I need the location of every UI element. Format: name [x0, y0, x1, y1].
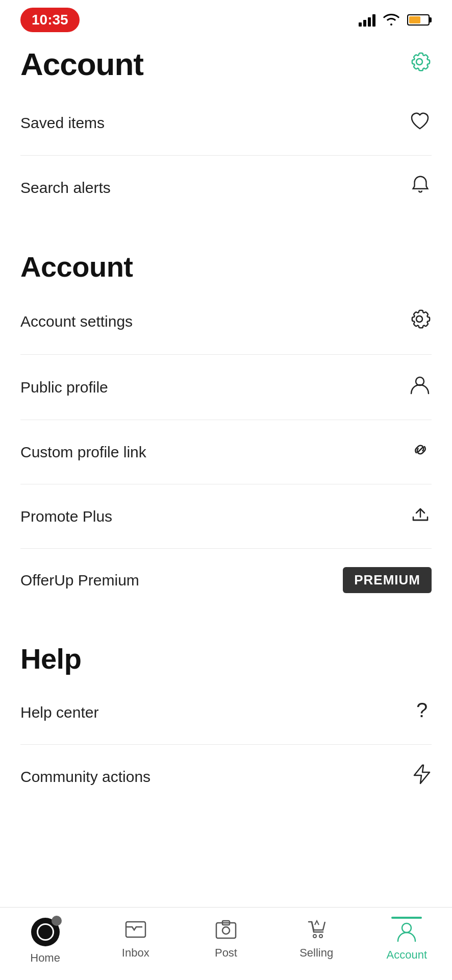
nav-inbox-label: Inbox — [122, 946, 149, 960]
page-title: Account — [20, 46, 143, 82]
main-content: Account Saved items Search alerts — [0, 36, 452, 890]
search-alerts-item[interactable]: Search alerts — [20, 156, 432, 219]
signal-icon — [359, 13, 375, 27]
question-icon: ? — [409, 699, 432, 726]
bottom-nav: Home Inbox Post Selling — [0, 907, 452, 980]
wifi-icon — [383, 12, 400, 28]
svg-point-0 — [416, 377, 424, 385]
offerup-premium-item[interactable]: OfferUp Premium PREMIUM — [20, 549, 432, 611]
nav-selling[interactable]: Selling — [286, 917, 347, 960]
status-icons — [359, 12, 432, 28]
nav-account-wrapper: Account — [376, 917, 437, 962]
community-actions-label: Community actions — [20, 768, 150, 786]
nav-active-indicator — [391, 917, 422, 919]
promote-plus-item[interactable]: Promote Plus — [20, 484, 432, 549]
account-section-heading: Account — [0, 235, 452, 288]
bell-icon — [409, 174, 432, 201]
battery-icon — [407, 14, 432, 26]
inbox-icon — [123, 917, 148, 942]
help-center-label: Help center — [20, 704, 98, 721]
promote-plus-label: Promote Plus — [20, 508, 112, 525]
post-icon — [213, 917, 239, 942]
user-icon — [408, 373, 432, 401]
account-settings-item[interactable]: Account settings — [20, 288, 432, 355]
nav-selling-label: Selling — [299, 946, 333, 960]
help-section: Help center ? Community actions — [0, 680, 452, 808]
svg-point-4 — [222, 927, 230, 934]
settings-header-icon[interactable] — [407, 50, 432, 79]
community-actions-item[interactable]: Community actions — [20, 745, 432, 808]
nav-post-label: Post — [215, 946, 237, 960]
svg-point-6 — [313, 935, 316, 938]
svg-point-7 — [319, 935, 322, 938]
nav-account-label: Account — [387, 948, 428, 962]
offerup-premium-label: OfferUp Premium — [20, 572, 139, 589]
status-bar: 10:35 — [0, 0, 452, 36]
heart-icon — [408, 109, 432, 137]
account-section: Account settings Public profile Custom p… — [0, 288, 452, 611]
help-section-heading: Help — [0, 627, 452, 680]
custom-profile-link-label: Custom profile link — [20, 444, 146, 461]
help-center-item[interactable]: Help center ? — [20, 680, 432, 745]
svg-text:?: ? — [416, 699, 428, 721]
svg-rect-2 — [126, 922, 145, 937]
page-header: Account — [0, 36, 452, 90]
selling-icon — [304, 917, 329, 942]
gear-icon — [407, 307, 432, 336]
lightning-icon — [411, 763, 432, 790]
quick-items-section: Saved items Search alerts — [0, 90, 452, 219]
account-settings-label: Account settings — [20, 313, 133, 330]
svg-point-8 — [402, 923, 411, 933]
nav-post[interactable]: Post — [195, 917, 257, 960]
time-display: 10:35 — [20, 8, 80, 32]
nav-account[interactable]: Account — [376, 919, 437, 962]
public-profile-item[interactable]: Public profile — [20, 355, 432, 420]
premium-badge: PREMIUM — [343, 567, 432, 593]
saved-items-label: Saved items — [20, 114, 105, 132]
link-icon — [409, 438, 432, 465]
account-nav-icon — [394, 919, 419, 944]
saved-items-item[interactable]: Saved items — [20, 90, 432, 156]
upload-icon — [409, 503, 432, 530]
nav-inbox[interactable]: Inbox — [105, 917, 166, 960]
search-alerts-label: Search alerts — [20, 179, 111, 197]
nav-home-label: Home — [30, 951, 60, 965]
nav-home[interactable]: Home — [15, 917, 76, 965]
custom-profile-link-item[interactable]: Custom profile link — [20, 420, 432, 484]
public-profile-label: Public profile — [20, 379, 108, 396]
